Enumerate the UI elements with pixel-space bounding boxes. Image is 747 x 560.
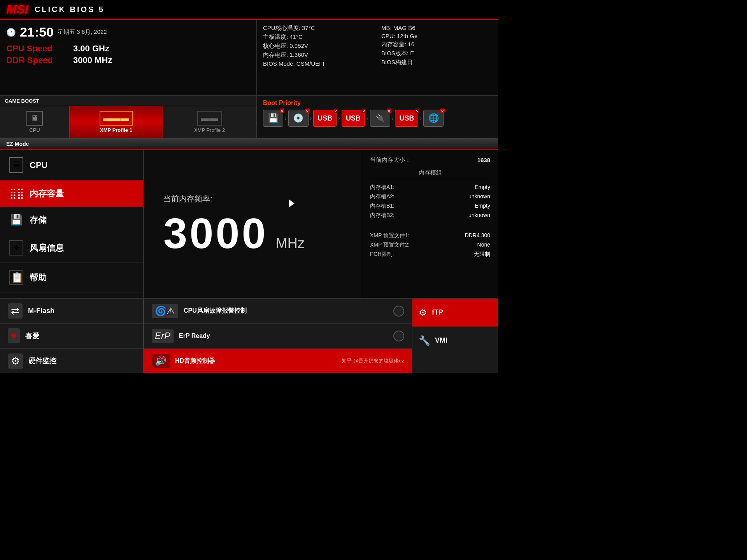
boot-item-usb1[interactable]: USB U <box>313 110 337 127</box>
bottom-right-empty <box>412 355 498 373</box>
ftp-icon: ⚙ <box>419 307 427 318</box>
mflash-label: M-Flash <box>28 307 54 315</box>
boost-tab-xmp1-label: XMP Profile 1 <box>100 127 132 133</box>
boot-item-hdd[interactable]: 💾 U <box>263 110 283 127</box>
erp-label: ErP Ready <box>179 332 388 340</box>
boot-priority-section: Boot Priority 💾 U › 💿 U › USB U › USB <box>257 96 498 138</box>
logo-text: MSI <box>6 2 28 17</box>
cpu-info: CPU: 12th Ge <box>381 33 492 39</box>
erp-toggle[interactable] <box>393 331 404 341</box>
slot-a2-row: 内存槽A2: unknown <box>370 193 490 200</box>
memory-freq-number: 3000 <box>163 212 268 255</box>
boot-item-device[interactable]: 🔌 U <box>370 110 390 127</box>
help-sidebar-label: 帮助 <box>30 272 47 284</box>
ddr-speed-value: 3000 MHz <box>73 55 112 65</box>
fan-sidebar-label: 风扇信息 <box>30 242 64 254</box>
xmp1-value: DDR4 300 <box>465 232 490 239</box>
boost-tab-xmp1[interactable]: ▬▬▬ XMP Profile 1 <box>70 106 163 138</box>
ddr-speed-label: DDR Speed <box>6 55 68 65</box>
pch-label: PCH限制: <box>370 251 394 258</box>
module-title: 内存模组 <box>370 169 490 179</box>
help-sidebar-icon: 📋 <box>9 270 23 285</box>
slot-b1-value: Empty <box>475 203 490 210</box>
slot-b2-value: unknown <box>468 212 490 219</box>
bottom-right: ⚙ fTP 🔧 VMI <box>412 299 498 373</box>
hardware-label: 硬件监控 <box>28 356 56 366</box>
header-left: 🕐 21:50 星期五 3 6月, 2022 CPU Speed 3.00 GH… <box>0 20 257 95</box>
mem-size-row: 当前内存大小： 1638 <box>370 156 490 164</box>
clock-icon: 🕐 <box>6 28 16 37</box>
cpu-speed-label: CPU Speed <box>6 44 68 54</box>
watermark: 知乎 @晋升奶爸的垃圾佬ez <box>342 357 404 364</box>
mflash-button[interactable]: ⇄ M-Flash <box>0 299 143 324</box>
hd-audio-button[interactable]: 🔊 HD音频控制器 知乎 @晋升奶爸的垃圾佬ez <box>144 349 412 373</box>
vmi-button[interactable]: 🔧 VMI <box>412 327 498 355</box>
date-display: 星期五 3 6月, 2022 <box>58 28 107 36</box>
hd-audio-label: HD音频控制器 <box>175 357 336 365</box>
mem-capacity-info: 内存容量: 16 <box>381 41 492 48</box>
header-section: 🕐 21:50 星期五 3 6月, 2022 CPU Speed 3.00 GH… <box>0 20 498 96</box>
game-boost-tabs: 🖥 CPU ▬▬▬ XMP Profile 1 ▬▬ XMP Profile 2 <box>0 106 256 138</box>
slot-b1-row: 内存槽B1: Empty <box>370 203 490 210</box>
favorite-button[interactable]: ♥ 喜爱 <box>0 324 143 348</box>
cpu-icon: 🖥 <box>26 111 43 126</box>
left-sidebar: 🖥 CPU ⣿⣿ 内存容量 💾 存储 ✦ 风扇信息 📋 帮助 <box>0 150 144 298</box>
mflash-icon: ⇄ <box>8 303 23 318</box>
sys-info-right: MB: MAG B6 CPU: 12th Ge 内存容量: 16 BIOS版本:… <box>381 24 492 91</box>
cpu-speed-value: 3.00 GHz <box>73 44 109 54</box>
slot-a1-label: 内存槽A1: <box>370 184 395 191</box>
core-voltage: 核心电压: 0.952V <box>263 42 374 50</box>
sidebar-item-memory[interactable]: ⣿⣿ 内存容量 <box>0 180 143 207</box>
favorite-label: 喜爱 <box>25 331 39 341</box>
clock-row: 🕐 21:50 星期五 3 6月, 2022 <box>6 24 250 40</box>
vmi-label: VMI <box>435 336 447 345</box>
sidebar-item-fan[interactable]: ✦ 风扇信息 <box>0 233 143 263</box>
cpu-fan-button[interactable]: 🌀⚠ CPU风扇故障报警控制 <box>144 299 412 324</box>
memory-freq-display: 3000 MHz <box>163 212 305 255</box>
ftp-button[interactable]: ⚙ fTP <box>412 299 498 327</box>
xmp2-label: XMP 预置文件2: <box>370 242 410 248</box>
sidebar-item-cpu[interactable]: 🖥 CPU <box>0 150 143 180</box>
boot-priority-items: 💾 U › 💿 U › USB U › USB U › <box>263 110 492 127</box>
xmp2-row: XMP 预置文件2: None <box>370 240 490 250</box>
cpu-speed-row: CPU Speed 3.00 GHz <box>6 44 250 54</box>
bottom-left: ⇄ M-Flash ♥ 喜爱 ⚙ 硬件监控 <box>0 299 144 373</box>
hardware-button[interactable]: ⚙ 硬件监控 <box>0 349 143 373</box>
boost-tab-cpu-label: CPU <box>29 127 40 133</box>
game-boost-section: GAME BOOST 🖥 CPU ▬▬▬ XMP Profile 1 ▬▬ XM… <box>0 96 257 138</box>
boost-tab-cpu[interactable]: 🖥 CPU <box>0 106 70 138</box>
xmp-section: XMP 预置文件1: DDR4 300 XMP 预置文件2: None PCH限… <box>370 226 490 259</box>
vmi-icon: 🔧 <box>419 335 430 346</box>
header-right: CPU核心温度: 37°C 主板温度: 41°C 核心电压: 0.952V 内存… <box>257 20 498 95</box>
center-panel: 当前内存频率: 3000 MHz <box>144 150 362 298</box>
ez-mode-label: EZ Mode <box>6 141 29 147</box>
slot-a2-value: unknown <box>468 193 490 200</box>
erp-button[interactable]: ErP ErP Ready <box>144 324 412 348</box>
boot-item-usb3[interactable]: USB U <box>395 110 418 127</box>
boost-tab-xmp2-label: XMP Profile 2 <box>194 127 225 133</box>
xmp1-row: XMP 预置文件1: DDR4 300 <box>370 231 490 240</box>
mem-size-label: 当前内存大小： <box>370 156 411 164</box>
boot-item-usb2[interactable]: USB U <box>342 110 365 127</box>
xmp1-icon: ▬▬▬ <box>100 111 133 126</box>
memory-sidebar-label: 内存容量 <box>30 188 64 200</box>
cpu-sidebar-label: CPU <box>30 160 47 170</box>
ddr-speed-row: DDR Speed 3000 MHz <box>6 55 250 65</box>
speeds-panel: CPU Speed 3.00 GHz DDR Speed 3000 MHz <box>6 44 250 65</box>
slot-a2-label: 内存槽A2: <box>370 193 395 200</box>
boost-tab-xmp2[interactable]: ▬▬ XMP Profile 2 <box>163 106 256 138</box>
hardware-icon: ⚙ <box>8 354 23 369</box>
boot-item-network[interactable]: 🌐 U <box>423 110 444 127</box>
boot-item-dvd[interactable]: 💿 U <box>288 110 309 127</box>
cpu-fan-label: CPU风扇故障报警控制 <box>184 307 388 315</box>
storage-sidebar-label: 存储 <box>30 214 47 226</box>
hd-audio-icon: 🔊 <box>152 354 170 368</box>
favorite-icon: ♥ <box>8 328 20 343</box>
sidebar-item-storage[interactable]: 💾 存储 <box>0 207 143 233</box>
game-boost-label: GAME BOOST <box>5 98 39 104</box>
xmp2-icon: ▬▬ <box>197 111 222 126</box>
memory-sidebar-icon: ⣿⣿ <box>9 187 23 200</box>
cpu-fan-toggle[interactable] <box>393 306 404 317</box>
slot-a1-row: 内存槽A1: Empty <box>370 184 490 191</box>
sidebar-item-help[interactable]: 📋 帮助 <box>0 263 143 292</box>
